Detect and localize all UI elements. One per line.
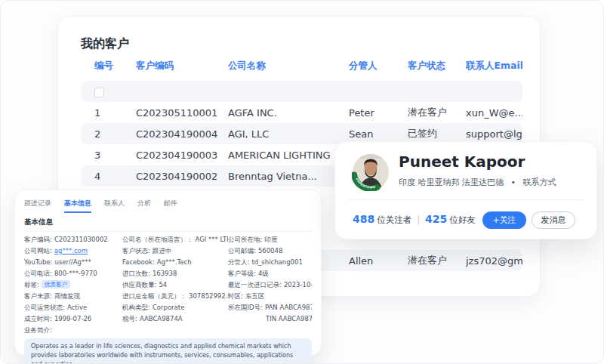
field-postal-code: 公司邮编:560048	[228, 245, 312, 257]
contact-subtitle: 印度 哈里亚纳邦 法里达巴德 • 联系方式	[399, 177, 556, 188]
page-title: 我的客户	[81, 36, 129, 52]
field-country-id: 所在国ID号:PAN AABCA9874A	[228, 302, 312, 313]
cell-owner: Sean	[349, 128, 408, 140]
follow-button[interactable]: +关注	[482, 211, 526, 229]
column-header-status: 客户状态	[408, 60, 466, 72]
follower-stats: 488位关注者|425位好友	[353, 208, 476, 230]
cell-code: C202304190004	[136, 128, 228, 140]
field-tags: 标签:优质客户	[24, 279, 122, 291]
cell-company: Brenntag Vietna...	[228, 171, 349, 182]
cell-no: 2	[81, 128, 136, 140]
tab-basic-info[interactable]: 基本信息	[64, 199, 91, 213]
tab-mail[interactable]: 邮件	[164, 199, 177, 213]
field-facebook: Facebook:Ag***.Tech	[122, 257, 228, 268]
cell-company: AGI, LLC	[228, 128, 349, 140]
cell-email: jzs702@gm...	[466, 255, 522, 267]
contact-name: Puneet Kapoor	[399, 153, 525, 171]
field-founded-date: 成立时间:1999-07-26	[24, 313, 122, 325]
tab-follow-records[interactable]: 跟进记录	[24, 199, 51, 213]
column-header-code: 客户编码	[136, 60, 228, 72]
cell-owner: Peter	[349, 107, 408, 119]
field-operation-status: 公司运营状态:Active	[24, 302, 122, 313]
field-phone: 公司电话:800-***-9770	[24, 268, 122, 279]
company-website-link[interactable]: ag***.com	[54, 247, 88, 254]
followers-label: 位关注者	[377, 214, 411, 225]
field-local-company-name: 公司名（所在地语言）：AGI *** LTD	[122, 234, 228, 245]
friends-count: 425	[425, 213, 447, 225]
business-intro-text: Operates as a leader in life sciences, d…	[24, 338, 312, 364]
business-intro-label: 业务简介:	[24, 326, 312, 335]
tab-analysis[interactable]: 分析	[137, 199, 151, 213]
column-header-owner: 分管人	[349, 60, 408, 72]
quality-customer-badge: 优质客户	[42, 280, 70, 288]
stats-divider: |	[417, 214, 420, 225]
table-header: 编号 客户编码 公司名称 分管人 客户状态 联系人Email	[81, 60, 522, 72]
cell-status: 已签约	[408, 127, 466, 140]
message-button[interactable]: 发消息	[532, 211, 575, 229]
field-import-total: 进口总金额（美元）：307852992.67	[122, 291, 228, 302]
dot-separator: •	[511, 177, 516, 187]
cell-no: 3	[81, 150, 136, 161]
cell-no: 1	[81, 107, 136, 119]
divider	[349, 199, 583, 200]
field-timezone: 时区:东五区	[228, 291, 312, 302]
field-customer-level: 客户等级:4级	[228, 268, 312, 279]
field-company-website: 公司网站:ag***.com	[24, 245, 122, 257]
field-tin: TIN AABCA9874A	[228, 313, 312, 325]
page: 我的客户 编号 客户编码 公司名称 分管人 客户状态 联系人Email 1 C2…	[0, 0, 604, 364]
friends-label: 位好友	[449, 214, 476, 225]
field-customer-source: 客户来源:商情发现	[24, 291, 122, 302]
cell-company: AGFA INC.	[228, 107, 349, 119]
column-header-email: 联系人Email	[466, 60, 522, 72]
contact-method-link[interactable]: 联系方式	[523, 177, 556, 187]
select-all-row	[81, 81, 522, 102]
cell-email: support@lg...	[466, 128, 522, 140]
detail-tabs: 跟进记录 基本信息 联系人 分析 邮件	[24, 199, 312, 213]
contact-profile-card: #OPENTOWORK Puneet Kapoor 印度 哈里亚纳邦 法里达巴德…	[334, 141, 597, 239]
field-import-count: 进口次数:163938	[122, 268, 228, 279]
field-last-import-record: 最近一次进口记录:2023-10-20	[228, 279, 312, 291]
cell-status: 潜在客户	[408, 106, 466, 119]
column-header-company: 公司名称	[228, 60, 349, 72]
field-org-type: 机构类型:Corporate	[122, 302, 228, 313]
column-header-no: 编号	[81, 60, 136, 72]
customer-detail-card: 跟进记录 基本信息 联系人 分析 邮件 基本信息 客户编码:C202311030…	[14, 190, 322, 356]
field-owner: 分管人:td_shichang001	[228, 257, 312, 268]
tab-contacts[interactable]: 联系人	[104, 199, 125, 213]
table-row[interactable]: 1 C202305110001 AGFA INC. Peter 潜在客户 xun…	[81, 102, 522, 123]
contact-location: 印度 哈里亚纳邦 法里达巴德	[399, 177, 504, 187]
cell-no: 4	[81, 171, 136, 182]
field-customer-code: 客户编码:C202311030002	[24, 234, 122, 245]
avatar: #OPENTOWORK	[352, 153, 390, 191]
cell-code: C202304190003	[136, 150, 228, 161]
cell-code: C202304190002	[136, 171, 228, 182]
field-supplier-count: 供应商数量:54	[122, 279, 228, 291]
field-company-location: 公司所在地:印度	[228, 234, 312, 245]
cell-email: xun_W@e...	[466, 107, 522, 119]
section-title: 基本信息	[24, 217, 312, 232]
cell-owner: Allen	[349, 255, 408, 267]
select-all-checkbox[interactable]	[94, 88, 104, 97]
cell-status: 潜在客户	[408, 254, 466, 267]
detail-fields: 客户编码:C202311030002 公司名（所在地语言）：AGI *** LT…	[24, 234, 312, 325]
cell-code: C202305110001	[136, 107, 228, 119]
field-tax-id: 税号:AABCA9874A	[122, 313, 228, 325]
field-youtube: YouTube:user//Ag***	[24, 257, 122, 268]
followers-count: 488	[353, 213, 374, 225]
field-customer-status: 客户状态:跟进中	[122, 245, 228, 257]
cell-company: AMERICAN LIGHTING	[228, 150, 349, 161]
